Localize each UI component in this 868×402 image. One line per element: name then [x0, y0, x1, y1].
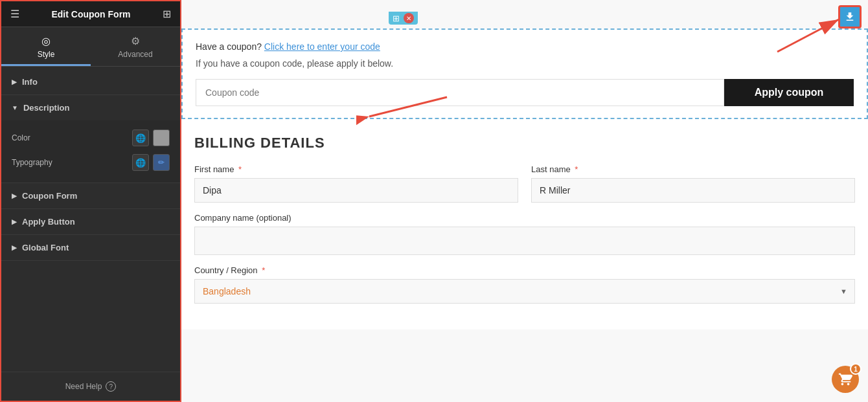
chevron-apply-button: ▶ — [12, 218, 17, 225]
typography-label: Typography — [12, 158, 52, 167]
widget-move-icon[interactable]: ⊞ — [393, 14, 400, 23]
chevron-coupon-form: ▶ — [12, 192, 17, 199]
color-picker-btn[interactable] — [153, 129, 170, 146]
top-right-action-button[interactable] — [838, 5, 862, 28]
color-globe-btn[interactable]: 🌐 — [132, 129, 149, 146]
company-field: Company name (optional) — [194, 213, 855, 255]
first-name-field: First name * — [194, 164, 518, 203]
chevron-info: ▶ — [12, 78, 17, 85]
first-name-label: First name * — [194, 164, 518, 174]
color-controls: 🌐 — [132, 129, 170, 146]
section-description-label: Description — [23, 103, 70, 113]
section-description: ▼ Description Color 🌐 Typography 🌐 ✏ — [1, 95, 180, 183]
download-icon — [844, 11, 856, 23]
section-global-font: ▶ Global Font — [1, 235, 180, 261]
coupon-subtext: If you have a coupon code, please apply … — [196, 58, 854, 69]
country-field: Country / Region * Bangladesh USA UK — [194, 265, 855, 304]
sidebar-menu-icon[interactable]: ☰ — [10, 8, 19, 20]
chevron-description: ▼ — [12, 104, 18, 111]
billing-section: BILLING DETAILS First name * Last name *… — [181, 119, 868, 329]
last-name-required: * — [575, 164, 578, 174]
last-name-label: Last name * — [531, 164, 855, 174]
sidebar-tabs: ◎ Style ⚙ Advanced — [1, 27, 180, 67]
section-apply-button-header[interactable]: ▶ Apply Button — [1, 209, 180, 234]
cart-count-badge: 1 — [850, 363, 862, 375]
color-label: Color — [12, 133, 30, 142]
sidebar-title: Edit Coupon Form — [51, 9, 130, 19]
typography-controls: 🌐 ✏ — [132, 154, 170, 171]
first-name-required: * — [238, 164, 242, 174]
main-content: ⊞ ✕ Have a coupon? Click here to enter y… — [181, 0, 868, 402]
section-apply-button-label: Apply Button — [22, 217, 75, 227]
section-apply-button: ▶ Apply Button — [1, 209, 180, 235]
last-name-input[interactable] — [531, 178, 855, 203]
cart-icon — [838, 372, 852, 386]
first-name-input[interactable] — [194, 178, 518, 203]
widget-top-bar: ⊞ ✕ — [389, 12, 418, 25]
apply-coupon-button[interactable]: Apply coupon — [724, 79, 854, 106]
section-coupon-form: ▶ Coupon Form — [1, 183, 180, 209]
country-select-wrapper: Bangladesh USA UK — [194, 279, 855, 304]
have-coupon-text: Have a coupon? — [196, 41, 262, 52]
section-info-label: Info — [22, 77, 38, 87]
section-description-header[interactable]: ▼ Description — [1, 95, 180, 120]
coupon-link-row: Have a coupon? Click here to enter your … — [196, 41, 854, 52]
sidebar-footer[interactable]: Need Help ? — [1, 372, 180, 401]
sidebar-sections: ▶ Info ▼ Description Color 🌐 Typograp — [1, 67, 180, 372]
need-help-label: Need Help — [65, 382, 102, 391]
last-name-field: Last name * — [531, 164, 855, 203]
country-label: Country / Region * — [194, 265, 855, 275]
name-row: First name * Last name * — [194, 164, 855, 203]
coupon-link[interactable]: Click here to enter your code — [264, 41, 380, 52]
tab-advanced[interactable]: ⚙ Advanced — [91, 27, 180, 66]
section-global-font-label: Global Font — [22, 243, 69, 252]
sidebar: ☰ Edit Coupon Form ⊞ ◎ Style ⚙ Advanced … — [0, 0, 181, 402]
company-row: Company name (optional) — [194, 213, 855, 255]
country-select[interactable]: Bangladesh USA UK — [194, 279, 855, 304]
section-coupon-form-header[interactable]: ▶ Coupon Form — [1, 183, 180, 208]
country-row: Country / Region * Bangladesh USA UK — [194, 265, 855, 304]
tab-advanced-label: Advanced — [118, 50, 152, 59]
description-content: Color 🌐 Typography 🌐 ✏ — [1, 120, 180, 183]
typography-option-row: Typography 🌐 ✏ — [12, 150, 170, 175]
tab-style[interactable]: ◎ Style — [1, 27, 91, 66]
color-option-row: Color 🌐 — [12, 126, 170, 150]
chevron-global-font: ▶ — [12, 244, 17, 251]
sidebar-header: ☰ Edit Coupon Form ⊞ — [1, 1, 180, 27]
typography-edit-btn[interactable]: ✏ — [153, 154, 170, 171]
billing-title: BILLING DETAILS — [194, 135, 855, 151]
advanced-icon: ⚙ — [131, 35, 140, 47]
section-coupon-form-label: Coupon Form — [22, 191, 77, 201]
tab-style-label: Style — [38, 50, 55, 59]
section-global-font-header[interactable]: ▶ Global Font — [1, 235, 180, 260]
widget-close-icon[interactable]: ✕ — [404, 13, 414, 23]
typography-globe-btn[interactable]: 🌐 — [132, 154, 149, 171]
coupon-section: Have a coupon? Click here to enter your … — [181, 28, 868, 119]
coupon-code-input[interactable] — [196, 79, 724, 106]
sidebar-grid-icon[interactable]: ⊞ — [163, 8, 171, 20]
cart-badge[interactable]: 1 — [832, 366, 859, 393]
company-input[interactable] — [194, 227, 855, 255]
coupon-form-row: Apply coupon — [196, 79, 854, 106]
section-info-header[interactable]: ▶ Info — [1, 69, 180, 95]
section-info: ▶ Info — [1, 69, 180, 95]
style-icon: ◎ — [41, 35, 51, 47]
help-icon[interactable]: ? — [106, 381, 116, 392]
country-required: * — [262, 265, 265, 275]
company-label: Company name (optional) — [194, 213, 855, 223]
